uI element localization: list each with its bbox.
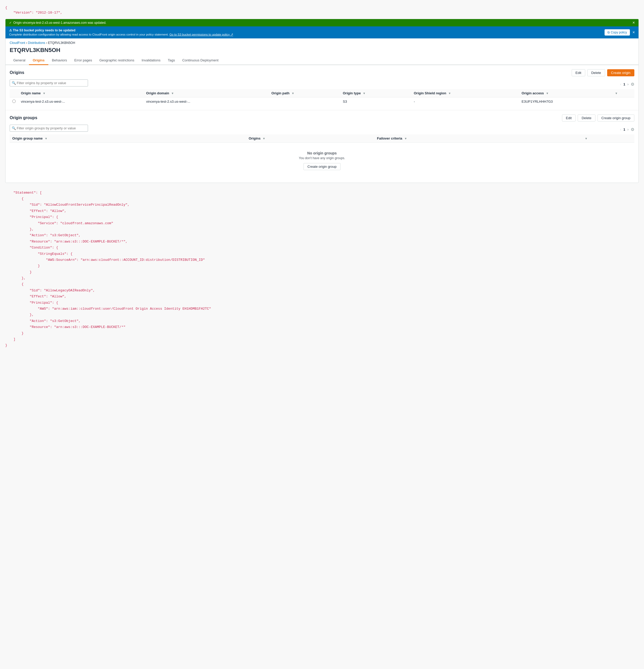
warning-title: ⚠ The S3 bucket policy needs to be updat… [9,28,233,32]
origins-search-icon: 🔍 [12,81,16,85]
breadcrumb-sep1: › [26,41,28,45]
json-code-line: "Condition": { [5,245,639,251]
origin-groups-actions: Edit Delete Create origin group [562,114,634,122]
json-code-line: "Resource": "arn:aws:s3:::DOC-EXAMPLE-BU… [5,324,639,330]
origins-table: Origin name ▼ Origin domain ▼ Origin pat… [10,89,634,106]
copy-policy-button[interactable]: ⧉ Copy policy [604,29,630,35]
warning-banner: ⚠ The S3 bucket policy needs to be updat… [5,26,639,39]
origins-next-btn[interactable]: › [626,82,630,87]
console-panel: ✓ Origin vincenya-test-2.s3.us-west-1.am… [5,19,639,183]
empty-state-title: No origin groups [18,151,626,155]
origin-groups-edit-button[interactable]: Edit [562,114,575,122]
json-code-line: }, [5,312,639,318]
tab-invalidations[interactable]: Invalidations [138,56,164,65]
origins-settings-icon[interactable]: ⚙ [631,82,634,87]
update-policy-link[interactable]: Go to S3 bucket permissions to update po… [170,33,233,36]
tab-geographic-restrictions[interactable]: Geographic restrictions [96,56,138,65]
success-close-button[interactable]: × [632,20,635,25]
origin-groups-col-name: Origin group name ▼ [10,134,246,143]
json-code-line: "Action": "s3:GetObject", [5,318,639,324]
json-code-line: }, [5,226,639,232]
breadcrumb-cloudfront[interactable]: CloudFront [10,41,25,45]
origins-shield-sort-icon[interactable]: ▼ [448,92,451,95]
origin-groups-empty-row: No origin groups You don't have any orig… [10,142,634,179]
og-name-sort-icon[interactable]: ▼ [45,137,47,140]
origin-groups-next-btn[interactable]: › [626,127,630,132]
origins-col-name: Origin name ▼ [18,89,144,98]
json-code-line: "AWS:SourceArn": "arn:aws:cloudfront::AC… [5,257,639,263]
origin-groups-col-failover: Failover criteria ▼ [375,134,581,143]
origins-table-body: vincenya-test-2.s3.us-west-... vincenya-… [10,97,634,106]
origin-groups-controls-row: 🔍 ‹ 1 › ⚙ [10,125,634,134]
origin-groups-settings-icon[interactable]: ⚙ [631,127,634,132]
empty-state-create-button[interactable]: Create origin group [304,163,340,170]
origins-row-type: S3 [340,97,411,106]
origin-groups-col-origins: Origins ▼ [246,134,374,143]
origins-row-domain: vincenya-test-2.s3.us-west-... [144,97,269,106]
breadcrumb-sep2: › [46,41,48,45]
tab-nav: General Origins Behaviors Error pages Ge… [5,56,639,65]
origins-col-path: Origin path ▼ [269,89,340,98]
json-code-line: } [5,263,639,269]
copy-icon: ⧉ [608,31,610,34]
origins-path-sort-icon[interactable]: ▼ [291,92,294,95]
origin-groups-table-head: Origin group name ▼ Origins ▼ Failover c… [10,134,634,143]
success-banner: ✓ Origin vincenya-test-2.s3.us-west-1.am… [5,19,639,26]
origin-groups-col-extra: ▼ [581,134,634,143]
origins-search-input[interactable] [10,80,88,86]
warning-description: Complete distribution configuration by a… [9,33,233,36]
json-code-line: "AWS": "arn:aws:iam::cloudfront:user/Clo… [5,306,639,312]
check-icon: ✓ [9,21,12,25]
og-failover-sort-icon[interactable]: ▼ [404,137,407,140]
origins-table-header-row: Origin name ▼ Origin domain ▼ Origin pat… [10,89,634,98]
origins-row-radio[interactable] [12,100,16,103]
origins-domain-sort-icon[interactable]: ▼ [171,92,174,95]
json-code-line: { [5,281,639,287]
warning-close-button[interactable]: × [632,30,635,34]
origins-type-sort-icon[interactable]: ▼ [363,92,366,95]
origins-section-actions: Edit Delete Create origin [572,69,634,76]
origins-row-extra [611,97,634,106]
og-origins-sort-icon[interactable]: ▼ [262,137,265,140]
origins-col-shield: Origin Shield region ▼ [411,89,519,98]
origins-section: Origins Edit Delete Create origin 🔍 ‹ 1 … [5,65,639,110]
origin-groups-create-button[interactable]: Create origin group [598,114,634,122]
tab-general[interactable]: General [10,56,29,65]
tab-origins[interactable]: Origins [29,56,48,65]
json-code-line: { [5,196,639,202]
origins-edit-button[interactable]: Edit [572,69,585,76]
origin-groups-empty-cell: No origin groups You don't have any orig… [10,142,634,179]
json-code-line: } [5,269,639,275]
json-code-line: "StringEquals": { [5,251,639,257]
origins-delete-button[interactable]: Delete [587,69,605,76]
origins-name-sort-icon[interactable]: ▼ [43,92,45,95]
tab-continuous-deployment[interactable]: Continuous Deployment [179,56,222,65]
json-code-line: "Resource": "arn:aws:s3:::DOC-EXAMPLE-BU… [5,239,639,245]
origins-access-sort-icon[interactable]: ▼ [546,92,549,95]
origins-prev-btn[interactable]: ‹ [619,82,622,87]
code-version: "Version": "2012-10-17", [5,10,639,16]
warning-banner-actions: ⧉ Copy policy × [604,29,635,35]
origin-groups-search-input[interactable] [10,125,88,132]
origins-create-button[interactable]: Create origin [607,69,634,76]
origins-table-head: Origin name ▼ Origin domain ▼ Origin pat… [10,89,634,98]
tab-behaviors[interactable]: Behaviors [48,56,71,65]
tab-tags[interactable]: Tags [164,56,178,65]
json-code-line: } [5,330,639,336]
origins-row-name: vincenya-test-2.s3.us-west-... [18,97,144,106]
origins-row-shield: - [411,97,519,106]
origins-extra-sort-icon[interactable]: ▼ [615,92,618,95]
origin-groups-prev-btn[interactable]: ‹ [619,127,622,132]
origin-groups-search-icon: 🔍 [12,126,16,130]
tab-error-pages[interactable]: Error pages [71,56,96,65]
origin-groups-header-row: Origin group name ▼ Origins ▼ Failover c… [10,134,634,143]
origin-groups-title: Origin groups [10,115,37,120]
origin-groups-delete-button[interactable]: Delete [578,114,596,122]
origins-row-access: E3UP1YRLHHH7G3 [519,97,611,106]
og-extra-sort-icon[interactable]: ▼ [585,137,588,140]
origins-col-type: Origin type ▼ [340,89,411,98]
breadcrumb-distributions[interactable]: Distributions [28,41,45,45]
success-message: Origin vincenya-test-2.s3.us-west-1.amaz… [13,21,106,25]
json-code-line: "Principal": { [5,214,639,220]
origins-search-wrap: 🔍 [10,80,88,86]
